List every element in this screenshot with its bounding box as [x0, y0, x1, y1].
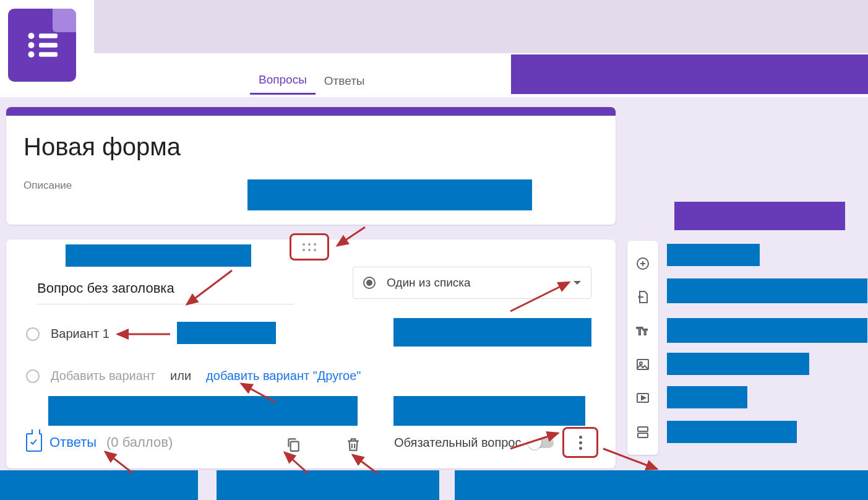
add-option-row: Добавить вариант или добавить вариант "Д… — [26, 369, 361, 383]
right-toolbar: Tт — [627, 241, 658, 455]
blue-callout — [667, 421, 797, 443]
import-questions-button[interactable] — [634, 288, 652, 306]
blue-callout — [393, 396, 585, 426]
answers-key-button[interactable]: Ответы — [26, 433, 97, 452]
question-title-input[interactable]: Вопрос без заголовка — [37, 280, 294, 304]
option-radio-icon — [26, 369, 40, 383]
svg-rect-3 — [39, 43, 58, 48]
add-title-button[interactable]: Tт — [634, 322, 652, 340]
add-question-button[interactable] — [634, 254, 652, 273]
add-section-button[interactable] — [634, 423, 652, 441]
points-label: (0 баллов) — [106, 434, 173, 450]
drag-handle-icon — [303, 243, 316, 251]
blue-callout — [48, 396, 358, 426]
question-type-selector[interactable]: Один из списка — [353, 267, 591, 299]
blue-callout — [393, 318, 591, 347]
clipboard-check-icon — [26, 433, 42, 452]
required-row: Обязательный вопрос — [394, 436, 554, 450]
answers-label: Ответы — [49, 434, 97, 450]
chevron-down-icon — [574, 281, 581, 285]
required-toggle[interactable] — [529, 438, 554, 448]
svg-point-4 — [28, 51, 35, 58]
svg-rect-13 — [638, 433, 648, 438]
svg-point-10 — [640, 362, 642, 364]
blue-callout — [0, 470, 198, 500]
svg-rect-5 — [39, 52, 58, 57]
blue-callout — [217, 470, 439, 500]
add-video-button[interactable] — [634, 389, 652, 407]
question-type-label: Один из списка — [387, 276, 574, 290]
radio-icon — [363, 277, 376, 289]
tabs-row: Вопросы Ответы — [250, 67, 373, 95]
duplicate-button[interactable] — [285, 436, 302, 453]
required-label: Обязательный вопрос — [394, 436, 522, 450]
blue-callout — [667, 353, 809, 375]
tab-questions[interactable]: Вопросы — [250, 67, 316, 95]
svg-text:Tт: Tт — [637, 326, 648, 337]
option-row-1: Вариант 1 — [26, 327, 110, 341]
more-icon — [579, 436, 582, 450]
purple-callout — [674, 202, 845, 230]
option-radio-icon — [26, 327, 40, 341]
svg-rect-1 — [39, 33, 58, 38]
tab-answers[interactable]: Ответы — [316, 68, 374, 94]
blue-callout — [667, 386, 747, 408]
blue-callout — [177, 322, 276, 344]
svg-rect-6 — [291, 442, 299, 451]
blue-callout — [667, 278, 867, 303]
svg-point-2 — [28, 42, 35, 48]
top-header-bar — [94, 0, 868, 53]
purple-banner — [511, 54, 868, 94]
blue-callout — [66, 244, 251, 267]
more-menu-highlight[interactable] — [562, 427, 598, 458]
blue-callout — [667, 318, 867, 343]
delete-button[interactable] — [345, 436, 362, 453]
add-other-button[interactable]: добавить вариант "Другое" — [206, 369, 361, 383]
add-image-button[interactable] — [634, 355, 652, 374]
or-text: или — [170, 369, 191, 383]
option-1-text[interactable]: Вариант 1 — [51, 327, 110, 341]
google-forms-logo — [8, 9, 76, 82]
blue-callout — [247, 179, 532, 210]
blue-callout — [667, 244, 760, 266]
blue-callout — [455, 470, 868, 500]
add-option-button[interactable]: Добавить вариант — [51, 369, 155, 383]
drag-handle-highlight[interactable] — [290, 233, 329, 261]
svg-point-0 — [28, 33, 35, 39]
form-title[interactable]: Новая форма — [24, 133, 598, 161]
svg-rect-12 — [638, 427, 648, 431]
